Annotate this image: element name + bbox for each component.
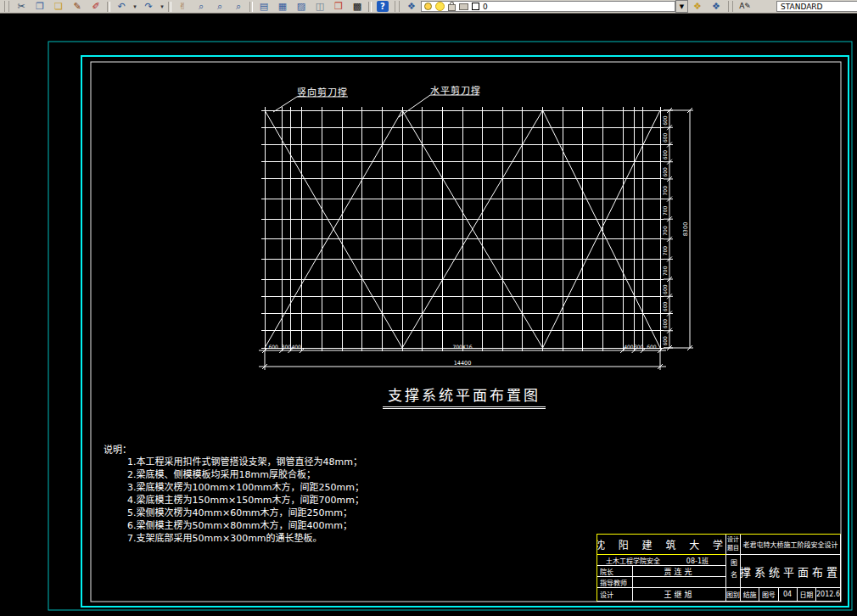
make-layer-current-icon[interactable]: ❖ bbox=[688, 0, 707, 13]
title-block-project-label: 设计题目 bbox=[726, 535, 741, 555]
label-horizontal-brace: 水平剪刀撑 bbox=[430, 83, 481, 97]
class-name: 08-1班 bbox=[686, 556, 709, 565]
title-block-row-value: 贾连光 bbox=[633, 566, 726, 577]
title-block-row-value bbox=[633, 577, 726, 588]
palettes-icon[interactable]: ▤ bbox=[255, 0, 273, 13]
drawing-type: 结施 bbox=[741, 588, 759, 601]
copy-icon[interactable]: ❐ bbox=[31, 0, 49, 13]
dim-label: 600 bbox=[662, 301, 668, 311]
drawing-title: 支撑系统平面布置图 bbox=[383, 384, 546, 409]
notes-heading: 说明： bbox=[104, 442, 364, 456]
date-label: 日期 bbox=[797, 588, 815, 601]
dim-label: 600 bbox=[662, 150, 668, 160]
dim-label: 700 bbox=[662, 186, 668, 196]
dim-label: 600 bbox=[647, 344, 657, 350]
brush-icon[interactable]: ✎ bbox=[68, 0, 87, 13]
dim-label: 600 bbox=[268, 344, 278, 350]
title-block-row-value: 王继旭 bbox=[633, 588, 726, 601]
notes-block: 说明： 1.本工程采用扣件式钢管搭设支架，钢管直径为48mm；2.梁底模、侧模模… bbox=[104, 442, 364, 545]
dim-label: 600 bbox=[662, 115, 668, 126]
views-icon[interactable]: ◫ bbox=[311, 0, 329, 13]
toolbar-separator bbox=[168, 2, 171, 12]
layer-name: 0 bbox=[483, 3, 672, 11]
cut-icon[interactable]: ✂ bbox=[12, 0, 31, 13]
department-name: 土木工程学院安全 bbox=[606, 556, 660, 565]
dim-label: 700 bbox=[662, 246, 668, 256]
title-block-bottom-row: 结施 图号 04 日期 2012.6 bbox=[741, 588, 840, 601]
zoom-window-icon[interactable]: ⌕ bbox=[210, 0, 229, 13]
title-block-row-label: 指导教师 bbox=[597, 577, 633, 588]
layer-freeze-icon[interactable] bbox=[435, 2, 445, 11]
label-vertical-brace: 竖向剪刀撑 bbox=[297, 85, 348, 98]
grid-lines bbox=[261, 107, 664, 351]
sheets-icon[interactable]: ❒ bbox=[329, 0, 348, 13]
undo-icon[interactable]: ↶ bbox=[112, 0, 131, 13]
toolbar: ✂❐❏✎✐↶▾↷▾✌⌕⌕⌕▤▦▨◫❒▩?❖0▼❖❖A✎STANDARD▼▸ bbox=[0, 0, 857, 14]
note-line: 6.梁侧模主楞为50mm×80mm木方，间距400mm； bbox=[127, 519, 364, 532]
note-line: 3.梁底模次楞为100mm×100mm木方，间距250mm； bbox=[127, 481, 364, 494]
date-value: 2012.6 bbox=[815, 588, 840, 601]
title-block-row-label: 设计 bbox=[597, 588, 633, 601]
dim-label: 700 bbox=[662, 226, 668, 236]
dim-label: 300 bbox=[634, 344, 644, 350]
notes-list: 1.本工程采用扣件式钢管搭设支架，钢管直径为48mm；2.梁底模、侧模模板均采用… bbox=[104, 456, 364, 545]
note-line: 7.支架底部采用50mm×300mm的通长垫板。 bbox=[127, 532, 364, 545]
dim-label: 400 bbox=[624, 344, 634, 350]
pan-icon[interactable]: ✌ bbox=[173, 0, 192, 13]
toolbar-separator bbox=[249, 2, 253, 12]
dim-label: 700 bbox=[662, 205, 668, 216]
text-style-icon[interactable]: A✎ bbox=[736, 0, 754, 13]
layer-previous-icon[interactable]: ❖ bbox=[707, 0, 725, 13]
layer-lock-icon[interactable] bbox=[448, 4, 456, 11]
dim-label: 8300 bbox=[682, 222, 689, 237]
text-style-combo[interactable]: STANDARD▼ bbox=[776, 1, 857, 12]
dim-label: 700 bbox=[662, 266, 668, 276]
toolbar-separator bbox=[368, 2, 372, 12]
calculator-icon[interactable]: ▩ bbox=[348, 0, 367, 13]
title-block-university: 沈 阳 建 筑 大 学 bbox=[597, 535, 726, 555]
layer-on-icon[interactable] bbox=[424, 3, 432, 10]
toolbar-grip bbox=[728, 1, 733, 12]
zoom-realtime-icon[interactable]: ⌕ bbox=[192, 0, 210, 13]
toolbar-grip bbox=[395, 1, 400, 12]
layers-icon[interactable]: ❖ bbox=[402, 0, 421, 13]
note-line: 1.本工程采用扣件式钢管搭设支架，钢管直径为48mm； bbox=[127, 456, 364, 468]
dim-label: 600 bbox=[662, 319, 668, 329]
redo-icon[interactable]: ↷ bbox=[139, 0, 158, 13]
note-line: 2.梁底模、侧模模板均采用18mm厚胶合板； bbox=[127, 468, 364, 481]
dim-label: 600 bbox=[662, 167, 668, 177]
undo-dropdown-icon[interactable]: ▾ bbox=[131, 0, 139, 13]
redo-dropdown-icon[interactable]: ▾ bbox=[158, 0, 166, 13]
title-block-row-label: 院长 bbox=[597, 566, 633, 577]
layout-icon[interactable]: ▨ bbox=[292, 0, 311, 13]
drawing-canvas[interactable]: 600300400700X164003006001440060060060060… bbox=[0, 14, 857, 616]
question-mark-icon: ? bbox=[377, 1, 389, 12]
layer-manager-icon[interactable]: ▦ bbox=[273, 0, 292, 13]
paste-icon[interactable]: ❏ bbox=[49, 0, 68, 13]
drawing-no-label: 图号 bbox=[759, 588, 777, 601]
help-icon[interactable]: ? bbox=[373, 0, 392, 13]
toolbar-grip bbox=[4, 1, 9, 12]
layer-combo-dropdown-icon[interactable]: ▼ bbox=[675, 0, 688, 13]
title-block-project: 老君屯特大桥施工阶段安全设计 bbox=[741, 535, 840, 555]
match-properties-icon[interactable]: ✐ bbox=[87, 0, 105, 13]
title-block-type-label: 图别 bbox=[726, 588, 741, 601]
note-line: 4.梁底模主楞为150mm×150mm木方，间距700mm； bbox=[127, 494, 364, 507]
title-block-drawing-name-label: 图名 bbox=[726, 555, 741, 588]
text-style-value: STANDARD bbox=[781, 3, 823, 11]
zoom-previous-icon[interactable]: ⌕ bbox=[229, 0, 248, 13]
dim-label: 400 bbox=[291, 344, 301, 350]
dim-label: 700X16 bbox=[452, 344, 472, 350]
dim-label: 14400 bbox=[454, 360, 472, 367]
title-block-department: 土木工程学院安全 08-1班 bbox=[597, 555, 726, 566]
dim-label: 300 bbox=[282, 344, 292, 350]
title-block-drawing-name: 支撑系统平面布置图 bbox=[741, 555, 840, 588]
layer-combo[interactable]: 0 bbox=[421, 1, 675, 12]
dim-label: 600 bbox=[662, 284, 668, 294]
layer-color-swatch[interactable] bbox=[472, 3, 479, 10]
drawing-no: 04 bbox=[778, 588, 797, 601]
layer-plot-icon[interactable] bbox=[459, 3, 468, 10]
title-block: 沈 阳 建 筑 大 学 设计题目 老君屯特大桥施工阶段安全设计 土木工程学院安全… bbox=[597, 534, 841, 602]
note-line: 5.梁侧模次楞为40mm×60mm木方，间距250mm； bbox=[127, 507, 364, 519]
toolbar-separator bbox=[107, 2, 110, 12]
